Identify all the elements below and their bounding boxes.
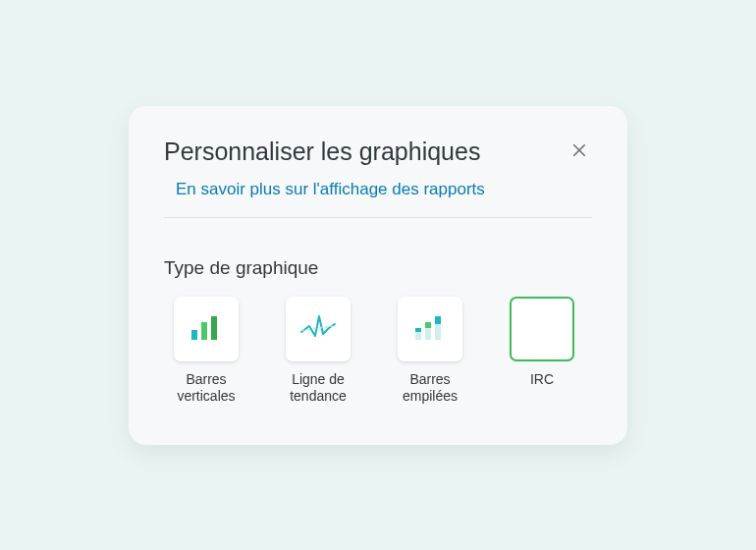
vertical-bars-icon [189, 312, 223, 346]
chart-type-box [510, 297, 574, 361]
svg-rect-5 [415, 332, 421, 340]
chart-type-label-text: Ligne de tendance [276, 371, 360, 406]
svg-rect-3 [201, 322, 207, 340]
svg-rect-2 [191, 330, 197, 340]
chart-type-label-text: IRC [530, 371, 554, 389]
learn-more-row: En savoir plus sur l'affichage des rappo… [164, 180, 592, 218]
svg-rect-4 [211, 316, 217, 340]
svg-rect-8 [425, 322, 431, 328]
chart-type-trend-line[interactable]: Ligne de tendance [276, 297, 360, 406]
chart-type-box [174, 297, 239, 361]
svg-rect-10 [435, 316, 441, 324]
stacked-bars-icon [413, 312, 447, 346]
chart-type-irc[interactable]: IRC [500, 297, 584, 406]
chart-type-label-text: Barres empilées [388, 371, 472, 406]
chart-type-label-text: Barres verticales [164, 371, 248, 406]
learn-more-link[interactable]: En savoir plus sur l'affichage des rappo… [164, 180, 485, 198]
dialog-header: Personnaliser les graphiques [164, 138, 592, 166]
chart-type-list: Barres verticales Ligne de tendance [164, 297, 592, 406]
svg-rect-6 [415, 328, 421, 332]
customize-charts-dialog: Personnaliser les graphiques En savoir p… [129, 106, 627, 445]
chart-type-stacked-bars[interactable]: Barres empilées [388, 297, 472, 406]
close-button[interactable] [567, 138, 592, 166]
chart-type-vertical-bars[interactable]: Barres verticales [164, 297, 248, 406]
svg-rect-9 [435, 324, 441, 340]
svg-rect-7 [425, 328, 431, 340]
chart-type-box [398, 297, 462, 361]
close-icon [570, 141, 588, 162]
chart-type-box [286, 297, 351, 361]
chart-type-label: Type de graphique [164, 257, 592, 279]
dialog-title: Personnaliser les graphiques [164, 138, 480, 166]
trend-line-icon [299, 312, 337, 346]
